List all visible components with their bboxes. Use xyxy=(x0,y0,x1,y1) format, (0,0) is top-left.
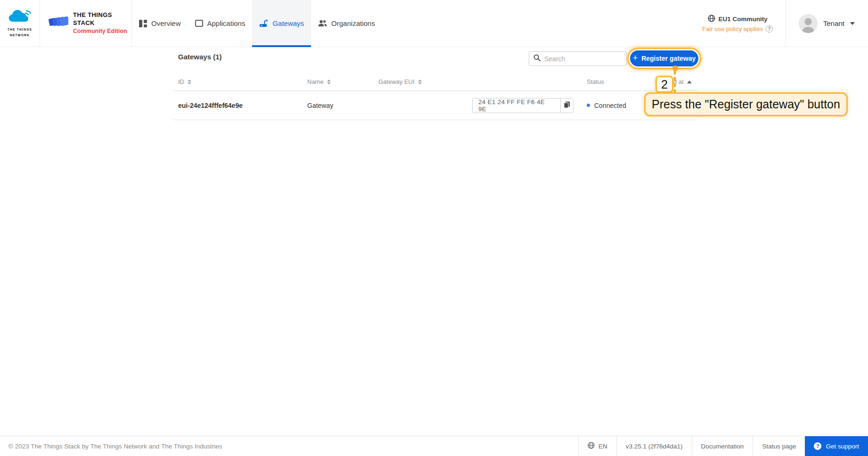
ttn-logo-text-line1: THE THINGS xyxy=(8,27,32,32)
column-header-id[interactable]: ID xyxy=(178,78,191,85)
tts-logo-title: THE THINGS STACK xyxy=(73,11,131,27)
header-right: EU1 Community Fair use policy applies ? … xyxy=(690,0,868,47)
user-name: Tenant xyxy=(823,19,844,27)
tts-squares-icon xyxy=(48,14,68,33)
connected-status-label: Connected xyxy=(594,102,626,109)
top-bar: THE THINGS NETWORK THE THINGS STACK Comm… xyxy=(0,0,868,47)
column-header-status: Status xyxy=(587,78,604,85)
avatar xyxy=(799,14,818,33)
tab-overview[interactable]: Overview xyxy=(132,0,188,47)
things-stack-logo[interactable]: THE THINGS STACK Community Edition xyxy=(40,0,132,47)
tab-gateways-label: Gateways xyxy=(272,19,304,27)
annotation-dashed-connector xyxy=(674,71,676,93)
fair-use-policy-link[interactable]: Fair use policy applies ? xyxy=(702,25,773,33)
column-header-name-label: Name xyxy=(307,78,324,85)
register-gateway-label: Register gateway xyxy=(641,55,696,62)
tab-organizations[interactable]: Organizations xyxy=(311,0,382,47)
column-header-name[interactable]: Name xyxy=(307,78,331,85)
language-label: EN xyxy=(598,443,607,450)
tts-logo-subtitle: Community Edition xyxy=(73,27,131,35)
page-title: Gateways (1) xyxy=(178,53,222,61)
ttn-logo-text-line2: NETWORK xyxy=(10,33,30,37)
gateway-eui-field: 24 E1 24 FF FE F6 4E 9E xyxy=(472,98,573,113)
gateways-table: ID Name Gateway EUI Status Created at eu… xyxy=(173,75,697,120)
sort-icon xyxy=(327,80,331,84)
cluster-name: EU1 Community xyxy=(719,16,768,23)
table-header-row: ID Name Gateway EUI Status Created at xyxy=(173,75,697,91)
fair-use-help-icon[interactable]: ? xyxy=(766,25,773,33)
fair-use-label: Fair use policy applies xyxy=(702,25,763,33)
gateways-page: THE THINGS NETWORK THE THINGS STACK Comm… xyxy=(0,0,868,456)
sort-icon xyxy=(418,80,422,84)
column-header-gateway-eui[interactable]: Gateway EUI xyxy=(378,78,422,85)
get-support-button[interactable]: ? Get support xyxy=(805,436,868,456)
version-info: v3.25.1 (2f76d4da1) xyxy=(616,436,692,456)
copy-eui-button[interactable] xyxy=(560,98,573,113)
gateway-id-cell: eui-24e124fffef64e9e xyxy=(178,102,243,109)
support-question-icon: ? xyxy=(814,442,821,450)
gateway-eui-value: 24 E1 24 FF FE F6 4E 9E xyxy=(473,98,560,113)
cluster-info: EU1 Community Fair use policy applies ? xyxy=(690,0,785,47)
sort-ascending-icon xyxy=(687,81,692,83)
status-page-link[interactable]: Status page xyxy=(753,436,805,456)
tab-gateways[interactable]: Gateways xyxy=(252,0,311,47)
plus-icon: + xyxy=(633,54,638,62)
column-header-eui-label: Gateway EUI xyxy=(378,78,415,85)
user-menu[interactable]: Tenant xyxy=(786,0,868,47)
annotation-tooltip: Press the "Register gateway" button xyxy=(644,92,848,116)
annotation-step-badge: 2 xyxy=(655,76,673,93)
organizations-people-icon xyxy=(318,20,327,27)
footer-right: EN v3.25.1 (2f76d4da1) Documentation Sta… xyxy=(578,436,868,456)
things-network-logo[interactable]: THE THINGS NETWORK xyxy=(0,0,40,47)
search-input[interactable] xyxy=(544,55,622,63)
ttn-cloud-icon xyxy=(8,9,31,26)
cluster-globe-icon xyxy=(708,15,715,24)
sort-icon xyxy=(188,80,191,84)
get-support-label: Get support xyxy=(826,443,859,450)
column-header-status-label: Status xyxy=(587,78,604,85)
language-selector[interactable]: EN xyxy=(578,436,616,456)
tab-overview-label: Overview xyxy=(151,19,181,27)
documentation-link[interactable]: Documentation xyxy=(692,436,753,456)
overview-grid-icon xyxy=(139,20,147,27)
footer: © 2023 The Things Stack by The Things Ne… xyxy=(0,436,868,456)
gateway-name-cell: Gateway xyxy=(307,102,333,109)
table-row[interactable]: eui-24e124fffef64e9e Gateway 24 E1 24 FF… xyxy=(173,91,697,120)
tab-applications[interactable]: Applications xyxy=(188,0,253,47)
main-nav: Overview Applications xyxy=(132,0,382,47)
applications-window-icon xyxy=(195,20,203,27)
copy-icon xyxy=(564,101,570,110)
register-gateway-button[interactable]: + Register gateway xyxy=(630,50,698,66)
tab-applications-label: Applications xyxy=(207,19,246,27)
gateways-router-icon xyxy=(259,19,268,27)
connected-status-dot xyxy=(587,104,590,107)
column-header-id-label: ID xyxy=(178,78,184,85)
language-globe-icon xyxy=(588,442,595,450)
chevron-down-icon xyxy=(850,22,855,25)
copyright-text: © 2023 The Things Stack by The Things Ne… xyxy=(0,436,222,456)
search-icon xyxy=(533,54,540,63)
search-box xyxy=(529,51,627,66)
gateway-status-cell: Connected xyxy=(587,102,626,109)
tab-organizations-label: Organizations xyxy=(331,19,375,27)
